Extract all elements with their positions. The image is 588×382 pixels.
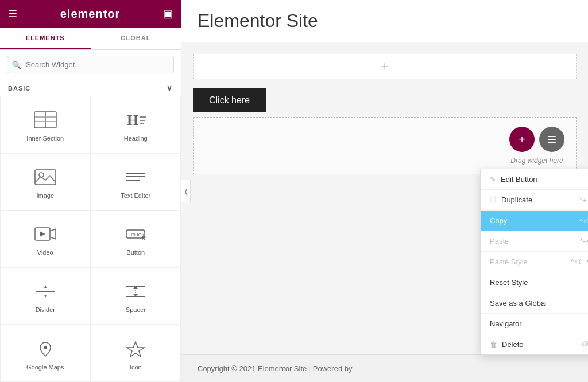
svg-rect-31 (548, 139, 556, 140)
drag-widget-area: + Drag widget here (509, 127, 564, 165)
widget-heading[interactable]: H Heading (91, 96, 181, 153)
drag-widget-button[interactable] (539, 127, 564, 152)
tab-global[interactable]: GLOBAL (91, 28, 181, 49)
widget-google-maps-label: Google Maps (26, 364, 64, 371)
widget-icon[interactable]: Icon (91, 325, 181, 382)
widget-inner-section-label: Inner Section (26, 135, 64, 142)
map-icon (33, 338, 58, 359)
svg-marker-22 (44, 295, 47, 298)
sidebar: ☰ elementor ▣ ELEMENTS GLOBAL 🔍 BASIC ∨ (0, 0, 181, 382)
widget-button-label: Button (126, 249, 145, 256)
ctx-paste-style[interactable]: Paste Style ^+⇧+V (481, 252, 588, 272)
widget-divider-label: Divider (36, 306, 55, 313)
search-input[interactable] (7, 56, 174, 73)
context-menu: ✎ Edit Button ❐ Duplicate ^+D Cop (480, 169, 588, 355)
widget-grid: Inner Section H Heading (0, 96, 181, 382)
ctx-save-as-global[interactable]: Save as a Global (481, 293, 588, 314)
svg-marker-16 (40, 231, 45, 237)
spacer-icon (123, 281, 148, 302)
ctx-paste[interactable]: Paste ^+V (481, 231, 588, 252)
search-box: 🔍 (7, 56, 174, 73)
widget-icon-label: Icon (130, 364, 142, 371)
sidebar-header: ☰ elementor ▣ (0, 0, 181, 28)
page-footer: Copyright © 2021 Elementor Site | Powere… (181, 354, 588, 382)
click-here-button[interactable]: Click here (193, 88, 266, 112)
ctx-duplicate[interactable]: ❐ Duplicate ^+D (481, 190, 588, 211)
collapse-sidebar-button[interactable]: ❮ (181, 180, 191, 202)
chevron-down-icon[interactable]: ∨ (167, 84, 173, 92)
ctx-delete[interactable]: 🗑 Delete ⌫ (481, 334, 588, 354)
image-icon (33, 167, 58, 188)
inner-section-icon (33, 110, 58, 130)
add-widget-button[interactable]: + (509, 127, 535, 152)
main-header: Elementor Site (181, 0, 588, 42)
add-section-bar[interactable]: + (193, 54, 577, 79)
widget-heading-label: Heading (124, 135, 148, 142)
sidebar-logo: elementor (60, 7, 121, 21)
widget-spacer[interactable]: Spacer (91, 267, 181, 325)
svg-text:H: H (127, 112, 138, 128)
widget-inner-section[interactable]: Inner Section (0, 96, 91, 153)
button-row: Click here ✎ Edit Button ❐ Duplicate (193, 88, 577, 112)
text-editor-icon (123, 167, 148, 188)
divider-icon (33, 281, 58, 302)
svg-point-11 (39, 173, 44, 177)
widget-image-label: Image (36, 192, 54, 199)
canvas-area: + Click here ✎ Edit Button ❐ (181, 42, 588, 354)
sidebar-tabs: ELEMENTS GLOBAL (0, 28, 181, 50)
video-icon (33, 224, 58, 244)
svg-marker-21 (44, 285, 47, 288)
ctx-navigator[interactable]: Navigator (481, 314, 588, 334)
svg-point-28 (44, 346, 47, 349)
heading-icon: H (123, 110, 148, 130)
svg-rect-10 (35, 170, 56, 185)
duplicate-icon: ❐ (490, 196, 497, 204)
svg-rect-32 (548, 142, 556, 143)
tab-elements[interactable]: ELEMENTS (0, 28, 91, 49)
ctx-reset-style[interactable]: Reset Style (481, 272, 588, 293)
main-canvas: Elementor Site + Click here ✎ Edit Butto… (181, 0, 588, 382)
widget-text-editor-label: Text Editor (121, 192, 150, 199)
trash-icon: 🗑 (490, 340, 497, 349)
button-widget-icon: CLICK (123, 224, 148, 244)
widget-divider[interactable]: Divider (0, 267, 91, 325)
edit-icon: ✎ (490, 175, 496, 184)
drop-zone: + Drag widget here (193, 117, 577, 174)
svg-marker-29 (127, 342, 144, 357)
hamburger-icon[interactable]: ☰ (8, 7, 17, 20)
widget-video-label: Video (37, 249, 53, 256)
drag-widget-label: Drag widget here (510, 157, 563, 165)
widget-text-editor[interactable]: Text Editor (91, 153, 181, 211)
ctx-copy[interactable]: Copy ^+C (481, 211, 588, 231)
widget-button[interactable]: CLICK Button (91, 211, 181, 268)
search-icon: 🔍 (12, 60, 21, 69)
svg-rect-30 (548, 136, 556, 137)
widget-image[interactable]: Image (0, 153, 91, 211)
icon-icon (123, 338, 148, 359)
widget-google-maps[interactable]: Google Maps (0, 325, 91, 382)
grid-icon[interactable]: ▣ (163, 7, 173, 20)
page-title: Elementor Site (198, 10, 572, 32)
widget-video[interactable]: Video (0, 211, 91, 268)
plus-icon: + (381, 59, 389, 74)
ctx-edit-button[interactable]: ✎ Edit Button (481, 169, 588, 190)
section-basic-label: BASIC ∨ (0, 79, 181, 96)
widget-spacer-label: Spacer (126, 306, 146, 313)
